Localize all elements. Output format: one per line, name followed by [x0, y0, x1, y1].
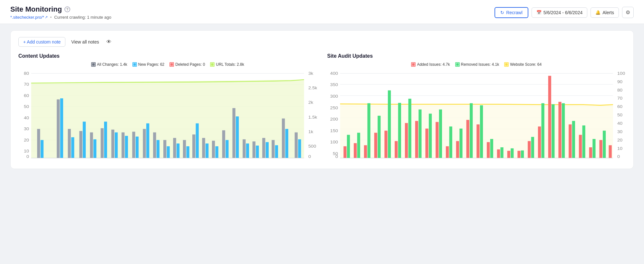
svg-rect-121: [354, 143, 357, 158]
svg-rect-141: [456, 141, 459, 158]
view-notes-button[interactable]: View all notes: [68, 37, 102, 46]
audit-chart-area: 400 350 300 250 200 150 100 50 0 100 90 …: [327, 71, 626, 161]
svg-rect-32: [79, 131, 82, 158]
svg-text:10: 10: [617, 146, 622, 151]
svg-text:May 31: May 31: [543, 161, 558, 161]
content-chart-legend: All Changes: 1.4k New Pages: 62 Deleted …: [18, 62, 317, 67]
svg-rect-44: [143, 129, 146, 158]
svg-rect-48: [163, 140, 166, 158]
content-chart-area: 80 70 60 50 40 30 20 10 0 3k 2.5k 2k 1.5…: [18, 71, 317, 161]
svg-rect-37: [104, 122, 107, 158]
svg-rect-135: [425, 129, 428, 158]
legend-website-score: Website Score: 64: [504, 62, 542, 67]
page-header: Site Monitoring ? *.sitechecker.pro/* ↗ …: [0, 0, 644, 24]
settings-button[interactable]: ⚙: [622, 7, 634, 18]
svg-rect-162: [562, 103, 564, 158]
svg-text:May 11: May 11: [380, 161, 394, 161]
svg-rect-29: [60, 98, 63, 158]
svg-text:2.5k: 2.5k: [308, 86, 317, 90]
legend-checkbox-added: [411, 62, 416, 67]
eye-button[interactable]: 👁: [105, 38, 113, 46]
svg-rect-73: [285, 129, 288, 158]
svg-text:400: 400: [330, 71, 338, 75]
svg-rect-59: [215, 146, 218, 158]
svg-text:1.5k: 1.5k: [308, 115, 317, 119]
external-link-icon: ↗: [45, 15, 48, 19]
svg-text:Jun 02: Jun 02: [564, 161, 577, 161]
svg-text:May 23: May 23: [481, 161, 495, 161]
svg-text:0: 0: [308, 155, 311, 159]
svg-rect-27: [41, 140, 43, 158]
audit-updates-section: Site Audit Updates Added Issues: 4.7k Re…: [327, 53, 626, 161]
monitoring-card: + Add custom note View all notes 👁 Conte…: [10, 30, 634, 169]
svg-rect-134: [418, 110, 421, 158]
svg-text:40: 40: [24, 116, 29, 120]
svg-rect-125: [374, 133, 377, 158]
svg-rect-156: [531, 137, 534, 158]
svg-rect-65: [246, 143, 249, 158]
svg-rect-71: [275, 145, 278, 158]
eye-icon: 👁: [106, 39, 111, 44]
svg-rect-149: [497, 149, 500, 158]
svg-rect-42: [132, 132, 135, 158]
svg-text:20: 20: [24, 138, 29, 142]
svg-rect-67: [256, 146, 259, 158]
content-updates-section: Content Updates All Changes: 1.4k New Pa…: [18, 53, 317, 161]
audit-chart-title: Site Audit Updates: [327, 53, 626, 59]
svg-rect-160: [552, 104, 554, 158]
svg-text:May 27: May 27: [187, 161, 202, 161]
audit-chart-legend: Added Issues: 4.7k Removed Issues: 4.1k …: [327, 62, 626, 67]
legend-deleted-pages: Deleted Pages: 0: [169, 62, 205, 67]
svg-rect-139: [446, 146, 448, 158]
svg-rect-70: [272, 140, 274, 158]
audit-chart-svg: 400 350 300 250 200 150 100 50 0 100 90 …: [327, 71, 626, 161]
content-chart-title: Content Updates: [18, 53, 317, 59]
svg-rect-122: [357, 133, 360, 158]
help-icon[interactable]: ?: [64, 6, 70, 12]
recrawl-button[interactable]: ↻ Recrawl: [495, 7, 528, 18]
svg-text:100: 100: [617, 71, 625, 75]
svg-text:80: 80: [617, 88, 622, 92]
svg-rect-151: [507, 151, 510, 158]
header-subtitle: *.sitechecker.pro/* ↗ • Current crawling…: [10, 15, 111, 20]
svg-text:May 18: May 18: [117, 161, 131, 161]
svg-rect-40: [121, 132, 124, 158]
svg-text:70: 70: [617, 96, 622, 101]
site-url-link[interactable]: *.sitechecker.pro/* ↗: [10, 15, 48, 20]
date-range-button[interactable]: 📅 5/6/2024 - 6/6/2024: [532, 7, 587, 18]
svg-rect-34: [90, 132, 93, 158]
svg-text:500: 500: [308, 144, 316, 148]
add-note-button[interactable]: + Add custom note: [18, 37, 65, 47]
svg-rect-144: [470, 103, 473, 158]
svg-rect-140: [449, 126, 452, 158]
svg-rect-155: [528, 141, 531, 158]
svg-rect-43: [136, 137, 139, 158]
charts-container: Content Updates All Changes: 1.4k New Pa…: [18, 53, 626, 161]
svg-rect-49: [167, 146, 170, 158]
svg-rect-47: [157, 140, 159, 158]
alerts-button[interactable]: 🔔 Alerts: [591, 7, 619, 18]
svg-text:40: 40: [617, 121, 622, 125]
svg-text:May 06: May 06: [33, 161, 47, 161]
svg-text:300: 300: [330, 94, 338, 98]
legend-checkbox-all: [91, 62, 96, 67]
svg-text:May 06: May 06: [341, 161, 356, 161]
svg-rect-124: [367, 103, 370, 158]
view-notes-label: View all notes: [71, 39, 99, 44]
svg-rect-130: [398, 103, 401, 158]
svg-text:1k: 1k: [308, 130, 313, 134]
svg-rect-41: [125, 136, 128, 158]
svg-rect-165: [579, 135, 582, 158]
add-note-label: + Add custom note: [23, 39, 61, 44]
svg-rect-26: [37, 129, 40, 158]
calendar-icon: 📅: [536, 10, 542, 15]
svg-rect-120: [347, 135, 350, 158]
svg-rect-58: [212, 141, 215, 158]
svg-rect-128: [388, 90, 390, 158]
svg-rect-52: [183, 140, 186, 158]
page-title: Site Monitoring ?: [10, 5, 111, 14]
svg-rect-46: [153, 132, 156, 158]
svg-rect-161: [558, 102, 561, 158]
svg-rect-163: [569, 124, 572, 158]
content-chart-svg: 80 70 60 50 40 30 20 10 0 3k 2.5k 2k 1.5…: [18, 71, 317, 161]
